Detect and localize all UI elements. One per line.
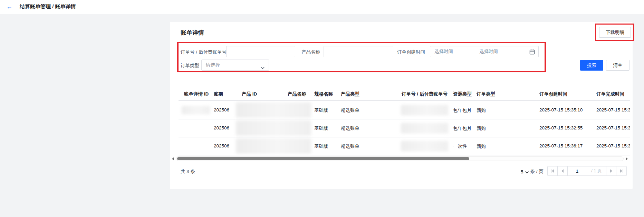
- col-header-order-no: 订单号 / 后付费账单号: [402, 91, 448, 97]
- order-type-select[interactable]: 请选择: [201, 60, 269, 71]
- scroll-left-icon[interactable]: [172, 157, 174, 161]
- cell-resource-type: 一次性: [453, 143, 467, 150]
- top-bar: ← 结算账单管理 / 账单详情: [0, 0, 644, 14]
- col-header-resource-type: 资源类型: [453, 91, 472, 97]
- redacted-product-info: [236, 138, 311, 154]
- cell-order-completed: 2025-07-15 15:36:: [596, 107, 630, 112]
- cell-resource-type: 包年包月: [453, 125, 472, 132]
- bill-table: 账单详情 ID 账期 产品 ID 产品名称 规格名称 产品类型 订单号 / 后付…: [179, 88, 630, 155]
- next-page-button[interactable]: [606, 166, 616, 175]
- col-header-order-type: 订单类型: [477, 91, 495, 97]
- last-page-button[interactable]: [616, 166, 626, 175]
- pagination: 1 / 1 页: [547, 166, 627, 176]
- page: ← 结算账单管理 / 账单详情 账单详情 下载明细 订单号 / 后付费账单号 产…: [0, 0, 644, 217]
- back-arrow-icon[interactable]: ←: [6, 2, 12, 11]
- scroll-right-icon[interactable]: [626, 157, 628, 161]
- page-size-select[interactable]: 5 条 / 页: [521, 169, 544, 175]
- redacted-order-no: [401, 105, 448, 115]
- redacted-product-info: [236, 102, 311, 118]
- redacted-product-info: [236, 120, 311, 136]
- redacted-bill-detail-id: [182, 106, 210, 114]
- col-header-product-id: 产品 ID: [242, 91, 257, 97]
- chevron-down-icon: [525, 169, 529, 175]
- product-name-input[interactable]: [324, 46, 393, 57]
- total-pages-text: / 1 页: [587, 166, 606, 175]
- cell-order-type: 新购: [477, 143, 486, 150]
- horizontal-scrollbar-thumb[interactable]: [177, 157, 469, 160]
- table-divider: [179, 100, 630, 101]
- date-end-placeholder: 选择时间: [479, 48, 498, 55]
- cell-spec-name: 基础版: [314, 125, 328, 132]
- col-header-order-completed: 订单完成时间: [596, 91, 624, 97]
- cell-order-type: 新购: [477, 107, 486, 114]
- cell-order-completed: 2025-07-15 15:34:: [596, 125, 630, 130]
- col-header-billing-period: 账期: [214, 91, 223, 97]
- col-header-product-type: 产品类型: [341, 91, 359, 97]
- first-page-button[interactable]: [548, 166, 558, 175]
- product-name-label: 产品名称: [301, 49, 320, 55]
- col-header-bill-detail-id: 账单详情 ID: [184, 91, 209, 97]
- cell-product-type: 精选账单: [341, 125, 359, 132]
- table-divider: [179, 119, 630, 119]
- current-page-input[interactable]: 1: [568, 166, 587, 175]
- cell-spec-name: 基础版: [314, 143, 328, 150]
- total-count-text: 共 3 条: [181, 169, 195, 175]
- calendar-icon: [529, 49, 535, 56]
- order-type-label: 订单类型: [181, 63, 199, 69]
- breadcrumb: 结算账单管理 / 账单详情: [20, 3, 76, 10]
- page-title: 账单详情: [181, 29, 204, 37]
- order-create-time-label: 订单创建时间: [397, 49, 425, 55]
- cell-order-created: 2025-07-15 15:36:17: [539, 143, 583, 148]
- redacted-order-no: [401, 141, 448, 151]
- cell-product-type: 精选账单: [341, 143, 359, 150]
- prev-page-button[interactable]: [558, 166, 568, 175]
- col-header-spec-name: 规格名称: [314, 91, 333, 97]
- cell-order-type: 新购: [477, 125, 486, 132]
- col-header-order-created: 订单创建时间: [539, 91, 567, 97]
- cell-order-created: 2025-07-15 15:32:55: [539, 125, 583, 130]
- search-button[interactable]: 搜索: [580, 60, 603, 71]
- download-detail-button[interactable]: 下载明细: [599, 27, 631, 38]
- date-start-placeholder: 选择时间: [434, 48, 453, 55]
- cell-billing-period: 202506: [214, 107, 229, 112]
- cell-billing-period: 202506: [214, 143, 229, 148]
- page-size-unit: 条 / 页: [530, 169, 544, 175]
- cell-spec-name: 基础版: [314, 107, 328, 114]
- bill-detail-card: 账单详情 下载明细 订单号 / 后付费账单号 产品名称 订单创建时间 选择时间 …: [170, 22, 633, 189]
- order-no-label: 订单号 / 后付费账单号: [181, 49, 227, 55]
- cell-order-completed: 2025-07-15 15:38:: [596, 143, 630, 148]
- table-divider: [179, 155, 630, 155]
- cell-billing-period: 202506: [214, 125, 229, 130]
- horizontal-scrollbar-track[interactable]: [176, 156, 624, 161]
- col-header-product-name: 产品名称: [288, 91, 306, 97]
- cell-product-type: 精选账单: [341, 107, 359, 114]
- redacted-order-no: [401, 123, 448, 133]
- cell-order-created: 2025-07-15 15:35:10: [539, 107, 583, 112]
- cell-resource-type: 包年包月: [453, 107, 472, 114]
- clear-button[interactable]: 清空: [606, 60, 629, 71]
- order-no-input[interactable]: [226, 46, 295, 57]
- table-divider: [179, 137, 630, 137]
- order-type-placeholder: 请选择: [206, 62, 220, 68]
- order-create-time-range-picker[interactable]: 选择时间 选择时间: [430, 46, 539, 57]
- page-size-value: 5: [521, 169, 523, 174]
- chevron-down-icon: [261, 64, 265, 71]
